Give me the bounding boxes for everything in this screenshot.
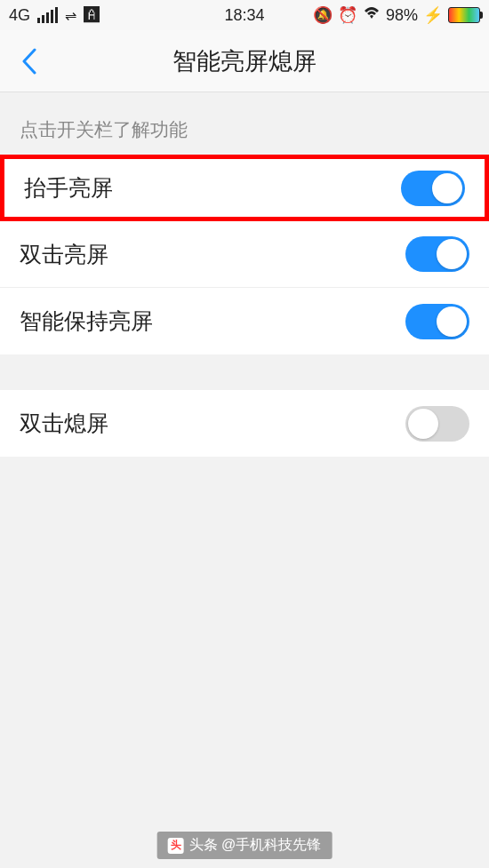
battery-icon: [448, 7, 480, 23]
charging-icon: ⚡: [423, 5, 443, 25]
clock: 18:34: [224, 6, 264, 25]
toggle-raise-to-wake[interactable]: [401, 171, 465, 206]
settings-group-2: 双击熄屏: [0, 390, 489, 457]
watermark: 头 头条 @手机科技先锋: [157, 832, 333, 859]
page-title: 智能亮屏熄屏: [172, 45, 317, 77]
setting-label: 智能保持亮屏: [20, 307, 405, 336]
setting-smart-keep-on[interactable]: 智能保持亮屏: [0, 288, 489, 354]
toggle-double-tap-off[interactable]: [405, 406, 469, 442]
setting-double-tap-wake[interactable]: 双击亮屏: [0, 221, 489, 288]
setting-label: 抬手亮屏: [24, 173, 401, 203]
watermark-text: 头条 @手机科技先锋: [189, 836, 322, 855]
watermark-icon: 头: [168, 838, 184, 854]
mute-icon: 🔕: [313, 5, 333, 25]
back-button[interactable]: [16, 48, 43, 75]
section-hint: 点击开关栏了解功能: [0, 92, 489, 155]
network-type: 4G: [9, 6, 30, 25]
setting-double-tap-off[interactable]: 双击熄屏: [0, 390, 489, 457]
signal-icon: [37, 7, 58, 23]
battery-percent: 98%: [386, 6, 418, 25]
alarm-icon: ⏰: [338, 5, 357, 25]
nav-header: 智能亮屏熄屏: [0, 30, 489, 92]
status-bar: 4G ⇌ 🅰 18:34 🔕 ⏰ 98% ⚡: [0, 0, 489, 30]
setting-label: 双击熄屏: [20, 409, 405, 438]
toggle-smart-keep-on[interactable]: [405, 304, 469, 339]
setting-label: 双击亮屏: [20, 240, 405, 269]
settings-group-1: 抬手亮屏 双击亮屏 智能保持亮屏: [0, 155, 489, 354]
wifi-icon: [363, 6, 381, 25]
accessibility-icon: 🅰: [84, 6, 100, 25]
usb-icon: ⇌: [65, 7, 76, 24]
toggle-double-tap-wake[interactable]: [405, 236, 469, 272]
setting-raise-to-wake[interactable]: 抬手亮屏: [0, 155, 489, 221]
